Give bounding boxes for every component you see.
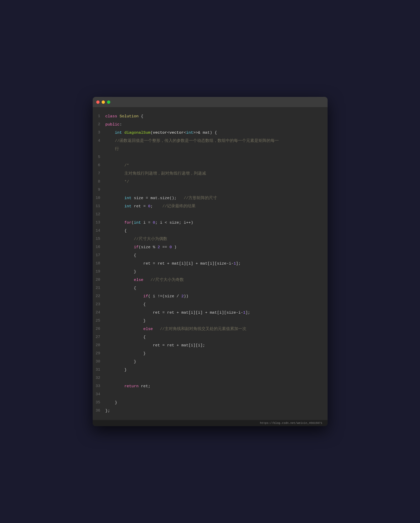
line-number: 33 <box>95 382 105 390</box>
code-line-30: 30 } <box>93 358 328 366</box>
line-content: { <box>105 227 127 235</box>
maximize-button[interactable] <box>107 100 110 104</box>
line-number: 2 <box>95 120 105 129</box>
line-number: 30 <box>95 358 105 366</box>
code-line-35: 35 } <box>93 399 328 407</box>
code-line-26: 26 else //主对角线和副对角线交叉处的元素值累加一次 <box>93 325 328 333</box>
line-number: 10 <box>95 194 105 202</box>
line-number: 25 <box>95 317 105 325</box>
code-line-8: 8 */ <box>93 178 328 186</box>
code-line-14: 14 { <box>93 227 328 235</box>
code-line-12: 12 <box>93 210 328 219</box>
line-number: 18 <box>95 259 105 268</box>
line-content: } <box>105 349 146 358</box>
line-number: 23 <box>95 300 105 309</box>
code-line-29: 29 } <box>93 349 328 358</box>
line-content: { <box>105 300 146 309</box>
line-content: int ret = 0; //记录最终的结果 <box>105 202 196 210</box>
line-number: 3 <box>95 129 105 137</box>
line-number: 16 <box>95 243 105 251</box>
code-line-16: 16 if(size % 2 == 0 ) <box>93 243 328 251</box>
code-line-28: 28 ret = ret + mat[i][i]; <box>93 341 328 349</box>
line-content: } <box>105 268 136 276</box>
line-number: 13 <box>95 219 105 227</box>
line-number: 1 <box>95 112 105 120</box>
code-line-34: 34 <box>93 390 328 399</box>
code-line-22: 22 if( i !=(size / 2)) <box>93 292 328 300</box>
line-number: 36 <box>95 407 105 415</box>
minimize-button[interactable] <box>102 100 105 104</box>
code-line-25: 25 } <box>93 317 328 325</box>
line-content: if( i !=(size / 2)) <box>105 292 189 300</box>
line-number: 9 <box>95 186 105 194</box>
line-number: 7 <box>95 169 105 178</box>
line-content: ret = ret + mat[i][i]; <box>105 341 205 349</box>
code-line-13: 13 for(int i = 0; i < size; i++) <box>93 219 328 227</box>
line-content: } <box>105 358 136 366</box>
code-line-21: 21 { <box>93 284 328 292</box>
line-number: 35 <box>95 399 105 407</box>
line-content: { <box>105 251 136 259</box>
code-line-3: 3 int diagonalSum(vector<vector<int>>& m… <box>93 129 328 137</box>
line-number: 31 <box>95 366 105 374</box>
line-number: 14 <box>95 227 105 235</box>
line-number: 15 <box>95 235 105 243</box>
code-line-11: 11 int ret = 0; //记录最终的结果 <box>93 202 328 210</box>
line-number: 19 <box>95 268 105 276</box>
code-line-7: 7 主对角线行列递增，副对角线行递增，列递减 <box>93 169 328 178</box>
line-content: if(size % 2 == 0 ) <box>105 243 177 251</box>
line-content: return ret; <box>105 382 151 390</box>
line-number: 27 <box>95 333 105 341</box>
line-content: class Solution { <box>105 112 143 120</box>
line-content: { <box>105 333 146 341</box>
line-number: 34 <box>95 390 105 399</box>
line-number: 17 <box>95 251 105 259</box>
code-line-32: 32 <box>93 374 328 382</box>
code-line-27: 27 { <box>93 333 328 341</box>
url-text: https://blog.csdn.net/weixin_45615071 <box>260 422 322 425</box>
titlebar <box>93 97 328 107</box>
code-line-4b: 行 <box>93 145 328 153</box>
code-line-10: 10 int size = mat.size(); //方形矩阵的尺寸 <box>93 194 328 202</box>
line-number: 5 <box>95 153 105 161</box>
code-line-18: 18 ret = ret + mat[i][i] + mat[i][size-i… <box>93 259 328 268</box>
line-number: 24 <box>95 309 105 317</box>
code-line-33: 33 return ret; <box>93 382 328 390</box>
line-content: 行 <box>105 145 119 153</box>
line-number: 29 <box>95 349 105 358</box>
line-content: 主对角线行列递增，副对角线行递增，列递减 <box>105 169 206 178</box>
code-line-19: 19 } <box>93 268 328 276</box>
line-number: 32 <box>95 374 105 382</box>
line-number: 28 <box>95 341 105 349</box>
line-content: int size = mat.size(); //方形矩阵的尺寸 <box>105 194 217 202</box>
line-number: 26 <box>95 325 105 333</box>
code-window: 1 class Solution { 2 public: 3 int diago… <box>93 97 328 426</box>
url-bar: https://blog.csdn.net/weixin_45615071 <box>93 420 328 426</box>
line-content: //函数返回值是一个整形，传入的参数是一个动态数组，数组中的每一个元素是矩阵的每… <box>105 137 279 145</box>
line-content: } <box>105 366 127 374</box>
code-line-4: 4 //函数返回值是一个整形，传入的参数是一个动态数组，数组中的每一个元素是矩阵… <box>93 137 328 145</box>
line-content: for(int i = 0; i < size; i++) <box>105 219 193 227</box>
line-content: ret = ret + mat[i][i] + mat[i][size-i-1]… <box>105 259 241 268</box>
code-line-23: 23 { <box>93 300 328 309</box>
code-line-15: 15 //尺寸大小为偶数 <box>93 235 328 243</box>
code-line-36: 36 }; <box>93 407 328 415</box>
code-line-6: 6 /* <box>93 161 328 169</box>
line-content: int diagonalSum(vector<vector<int>>& mat… <box>105 129 217 137</box>
line-number: 4 <box>95 137 105 145</box>
code-editor: 1 class Solution { 2 public: 3 int diago… <box>93 107 328 420</box>
code-line-9: 9 <box>93 186 328 194</box>
line-content: public: <box>105 120 122 129</box>
line-content: /* <box>105 161 129 169</box>
line-number: 6 <box>95 161 105 169</box>
code-line-1: 1 class Solution { <box>93 112 328 120</box>
code-line-5: 5 <box>93 153 328 161</box>
code-line-31: 31 } <box>93 366 328 374</box>
code-line-24: 24 ret = ret + mat[i][i] + mat[i][size-i… <box>93 309 328 317</box>
line-number: 22 <box>95 292 105 300</box>
code-line-17: 17 { <box>93 251 328 259</box>
close-button[interactable] <box>96 100 100 104</box>
line-content: }; <box>105 407 110 415</box>
line-content: } <box>105 399 117 407</box>
line-content: */ <box>105 178 129 186</box>
